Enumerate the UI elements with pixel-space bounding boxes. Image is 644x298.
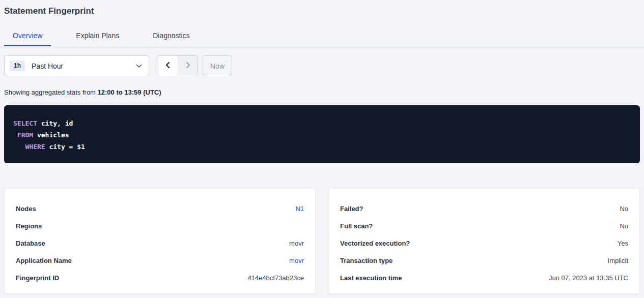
- row-label: Fingerprint ID: [16, 274, 59, 282]
- statement-fingerprint-page: Statement Fingerprint OverviewExplain Pl…: [0, 6, 644, 294]
- row-value: No: [620, 222, 628, 230]
- table-row: Transaction typeImplicit: [340, 252, 628, 269]
- tab-overview[interactable]: Overview: [4, 27, 51, 46]
- stats-caption: Showing aggregated stats from 12:00 to 1…: [4, 88, 640, 96]
- row-label: Database: [16, 240, 45, 247]
- sql-text: vehicles: [33, 131, 69, 139]
- sql-keyword: SELECT: [13, 120, 37, 127]
- row-label: Last execution time: [340, 274, 402, 282]
- now-button[interactable]: Now: [203, 55, 232, 76]
- sql-text: city, id: [37, 120, 73, 127]
- time-nav-group: [158, 55, 198, 76]
- sql-text: [13, 131, 17, 139]
- time-range-badge: 1h: [10, 61, 25, 71]
- row-value: Implicit: [608, 257, 628, 264]
- statement-details-card: NodesN1RegionsDatabasemovrApplication Na…: [4, 188, 316, 294]
- sql-statement-box: SELECT city, id FROM vehicles WHERE city…: [4, 105, 640, 163]
- row-value: Yes: [618, 240, 628, 247]
- tab-bar: OverviewExplain PlansDiagnostics: [0, 27, 644, 46]
- row-label: Nodes: [16, 205, 36, 213]
- table-row: Failed?No: [340, 200, 628, 217]
- sql-keyword: WHERE: [25, 143, 45, 151]
- row-label: Application Name: [16, 257, 72, 264]
- summary-cards: NodesN1RegionsDatabasemovrApplication Na…: [4, 188, 640, 294]
- next-time-button[interactable]: [178, 56, 197, 76]
- time-controls: 1h Past Hour Now: [4, 55, 640, 76]
- time-range-dropdown[interactable]: 1h Past Hour: [4, 55, 149, 76]
- chevron-right-icon: [184, 62, 191, 70]
- row-value-link[interactable]: N1: [295, 205, 304, 213]
- table-row: Regions: [16, 217, 304, 234]
- table-row: Vectorized execution?Yes: [340, 234, 628, 252]
- table-row: Application Namemovr: [16, 252, 304, 269]
- row-value: movr: [289, 240, 304, 247]
- row-value: Jun 07, 2023 at 13:35 UTC: [549, 274, 628, 282]
- sql-text: city = $1: [45, 143, 85, 151]
- table-row: Full scan?No: [340, 217, 628, 234]
- chevron-left-icon: [164, 62, 172, 70]
- row-label: Full scan?: [340, 222, 373, 230]
- table-row: Fingerprint ID414e4bcf73ab23ce: [16, 269, 304, 286]
- stats-caption-range: 12:00 to 13:59 (UTC): [98, 88, 161, 96]
- chevron-down-icon: [136, 64, 142, 68]
- table-row: NodesN1: [16, 200, 304, 217]
- row-label: Regions: [16, 222, 42, 230]
- row-value: 414e4bcf73ab23ce: [247, 274, 304, 282]
- sql-keyword: FROM: [17, 131, 33, 139]
- tab-diagnostics[interactable]: Diagnostics: [144, 27, 198, 46]
- row-value-link[interactable]: movr: [289, 257, 304, 264]
- row-label: Vectorized execution?: [340, 240, 410, 247]
- row-label: Failed?: [340, 205, 363, 213]
- prev-time-button[interactable]: [158, 56, 178, 76]
- row-label: Transaction type: [340, 257, 393, 264]
- sql-text: [13, 143, 25, 151]
- sql-statement-text: SELECT city, id FROM vehicles WHERE city…: [13, 117, 630, 153]
- execution-attributes-card: Failed?NoFull scan?NoVectorized executio…: [328, 188, 640, 294]
- table-row: Last execution timeJun 07, 2023 at 13:35…: [340, 269, 628, 286]
- page-title: Statement Fingerprint: [4, 6, 640, 16]
- table-row: Databasemovr: [16, 234, 304, 252]
- row-value: No: [620, 205, 628, 213]
- stats-caption-prefix: Showing aggregated stats from: [4, 88, 98, 96]
- tab-explain-plans[interactable]: Explain Plans: [67, 27, 128, 46]
- time-range-label: Past Hour: [32, 62, 136, 70]
